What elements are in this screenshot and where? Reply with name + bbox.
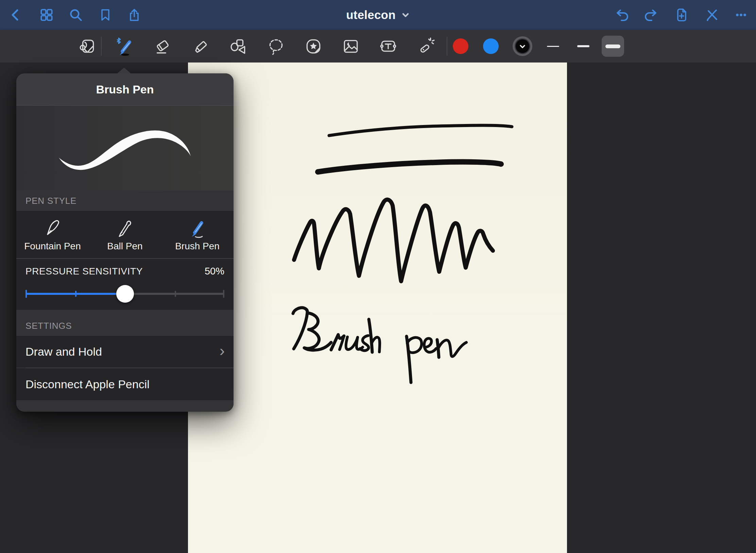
blue-color-icon [483,38,499,54]
pen-option-fountain[interactable]: Fountain Pen [16,211,89,258]
brush-pen-popover: Brush Pen PEN STYLE Fountain Pen Ball Pe… [16,73,234,412]
disconnect-apple-pencil-row[interactable]: Disconnect Apple Pencil [16,368,234,400]
text-icon [379,37,397,55]
draw-and-hold-label: Draw and Hold [25,345,102,358]
disconnect-apple-pencil-label: Disconnect Apple Pencil [25,378,150,391]
stroke-handwriting-pen [407,336,466,382]
red-color-icon [453,38,468,54]
image-tool[interactable] [339,30,362,63]
popover-arrow [117,68,131,74]
sticker-star-icon [304,37,323,55]
more-button[interactable] [730,0,752,30]
text-tool[interactable] [377,30,400,63]
pen-style-options: Fountain Pen Ball Pen Brush Pen [16,211,234,258]
brush-stroke-preview [16,106,234,191]
shapes-icon [229,37,248,55]
undo-icon [614,7,630,23]
thickness-medium[interactable] [572,30,595,63]
toolbar-separator [447,37,447,56]
laser-pointer-tool[interactable] [414,30,437,63]
slider-tick-75 [175,291,176,297]
pressure-section: PRESSURE SENSITIVITY 50% [16,259,234,310]
add-page-button[interactable] [671,0,692,30]
slider-tick-25 [75,291,76,297]
pen-option-label: Brush Pen [175,241,220,252]
black-color-selected-icon [513,36,532,56]
lasso-tool[interactable] [264,30,288,63]
slider-tick-0 [25,290,27,298]
settings-label: SETTINGS [25,321,72,331]
pen-style-section-label: PEN STYLE [16,191,234,211]
tool-bar [0,30,756,63]
pen-option-ball[interactable]: Ball Pen [89,211,161,258]
stop-editing-button[interactable] [701,0,723,30]
pen-style-label: PEN STYLE [25,196,76,206]
shapes-tool[interactable] [227,30,250,63]
toolbar-separator [101,37,102,56]
eraser-tool[interactable] [151,30,174,63]
thickness-thin[interactable] [542,30,565,63]
color-swatch-red[interactable] [449,30,472,63]
ball-pen-icon [114,217,136,239]
settings-section-label: SETTINGS [16,320,234,336]
brush-swoosh-icon [30,111,220,185]
stroke-handwriting-brush [293,308,380,352]
chevron-down-icon [401,11,410,19]
fountain-pen-icon [42,217,64,239]
image-icon [342,37,360,55]
thin-line-icon [547,46,559,47]
draw-and-hold-row[interactable]: Draw and Hold › [16,336,234,368]
slider-tick-100 [223,290,224,298]
stroke-thin-line [329,125,512,136]
ink-strokes [188,63,567,553]
stroke-thick-line [318,162,501,172]
popover-header: Brush Pen [16,73,234,106]
section-gap [16,310,234,320]
redo-button[interactable] [640,0,662,30]
color-swatch-black-selected[interactable] [511,30,534,63]
slider-knob[interactable] [116,285,134,303]
highlighter-icon [191,37,210,55]
eraser-icon [153,37,172,55]
goodnotes-app: utelecon [0,0,756,553]
popover-title: Brush Pen [96,83,154,96]
pressure-label: PRESSURE SENSITIVITY [25,266,143,277]
medium-line-icon [577,45,589,47]
pencil-slash-icon [704,7,720,23]
undo-button[interactable] [611,0,633,30]
highlighter-tool[interactable] [189,30,212,63]
note-paper[interactable]: Brush pen [188,63,567,553]
pen-option-label: Ball Pen [107,241,142,252]
chevron-right-icon: › [220,343,225,358]
pen-tool-selected[interactable] [113,30,136,63]
document-title: utelecon [346,8,396,22]
add-page-icon [674,7,689,23]
laser-pointer-icon [416,37,435,55]
pressure-value: 50% [205,266,224,277]
page-template-icon [78,37,97,55]
color-swatch-blue[interactable] [479,30,502,63]
lasso-icon [267,37,285,55]
thick-line-icon [605,44,620,48]
pen-option-label: Fountain Pen [24,241,81,252]
elements-tool[interactable] [302,30,325,63]
pressure-slider[interactable] [25,284,224,304]
pen-bluetooth-icon [115,36,134,57]
stroke-zigzag [294,200,493,281]
page-template-tool[interactable] [76,30,99,63]
thickness-thick-selected[interactable] [602,36,624,57]
pen-option-brush-selected[interactable]: Brush Pen [161,211,234,258]
navigation-bar: utelecon [0,0,756,30]
redo-icon [643,7,659,23]
ellipsis-icon [733,7,749,23]
brush-pen-icon [187,217,208,239]
popover-footer [16,400,234,411]
